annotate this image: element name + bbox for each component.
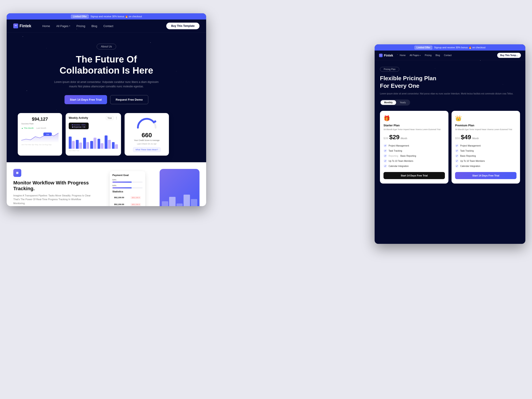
year-select[interactable]: Year [106, 116, 114, 120]
reporting-label: Reporting [389, 155, 398, 157]
second-nav-allpages[interactable]: All Pages ▾ [410, 54, 421, 57]
workflow-section: Monitor Workflow With Progress Tracking.… [7, 162, 206, 206]
banner-text: Signup and receive 30% bonus 🔥 on checko… [90, 15, 142, 18]
trend-this-month: ▲ This Month [21, 127, 34, 129]
pricing-badge: Pricing Plan [380, 67, 399, 72]
monthly-toggle[interactable]: Monthly [381, 100, 396, 105]
pricing-title: Flexible Pricing Plan For Every One [380, 75, 520, 90]
starter-plan-tagline: Sit Blandit Eget Tortor Imperd Nean Vive… [383, 128, 445, 131]
activity-title: Weekly Activity [69, 116, 88, 120]
premium-plan-icon: 👑 [455, 115, 516, 121]
payment-goal-card: Payment Goal 64% 64% Statistics $52,150.… [110, 171, 145, 206]
second-logo-icon [379, 54, 383, 57]
credit-score-card: 660 Your Credit Score Is Average Last Ch… [125, 113, 169, 156]
premium-feature-3: Basic Reporting [455, 154, 516, 158]
nav-home[interactable]: Home [42, 24, 50, 28]
starter-feature-2: Task Tracking [383, 149, 445, 152]
nav-all-pages[interactable]: All Pages ▾ [56, 24, 70, 28]
workflow-icon [13, 169, 21, 177]
pricing-desc: Lorem ipsum dolor sit amet consectetur. … [380, 92, 520, 95]
premium-plan-tagline: Sit Blandit Eget Tortor Imperd Nean Vive… [455, 128, 516, 131]
stats-bars [162, 192, 197, 206]
main-website-card: Limited Offer Signup and receive 30% bon… [7, 13, 206, 206]
premium-feature-4: Up To 10 Team Members [455, 159, 516, 163]
svg-text:248: 248 [46, 133, 49, 135]
svg-point-2 [154, 120, 156, 123]
banner-emoji: 🔥 [125, 15, 128, 18]
progress-item-2: 64% [112, 184, 143, 188]
finance-card: $94,127 Success Rate ▲ This Month Last M… [18, 113, 62, 156]
bar-chart [69, 131, 118, 149]
second-logo: Fintek [379, 54, 393, 57]
finance-amount: $94,127 [21, 117, 58, 122]
logo: Fintek [13, 24, 31, 28]
second-website-card: Limited Offer Signup and receive 30% bon… [375, 44, 525, 244]
second-navbar: Fintek Home All Pages ▾ Pricing Blog Con… [375, 51, 525, 60]
stat-row-2: $52,150.50 -$52,150.5 [112, 202, 143, 206]
about-badge: About Us [97, 44, 116, 50]
hero-title: The Future Of Collaboration Is Here [13, 54, 200, 76]
yearly-toggle[interactable]: Yearly [396, 100, 409, 105]
second-nav-blog[interactable]: Blog [436, 54, 440, 57]
activity-card: Weekly Activity Year ⋮ ■ Income +35% ■ E… [66, 113, 121, 156]
finance-mini-chart: 248 [21, 131, 58, 143]
pricing-section: Pricing Plan Flexible Pricing Plan For E… [375, 60, 525, 190]
credit-date: Last Check On 21 Apr [128, 143, 165, 145]
credit-label: Your Credit Score Is Average [128, 139, 165, 141]
premium-plan-price: $59 $49 /Month [455, 134, 516, 141]
credit-stats-button[interactable]: What These Stats Mean? [133, 147, 160, 152]
purple-bg-card [160, 169, 200, 206]
premium-cta-button[interactable]: Start 14 Days Free Trial [455, 172, 516, 179]
payment-visualization: Payment Goal 64% 64% Statistics $52,150.… [110, 169, 200, 206]
starter-plan-name: Starter Plan [383, 124, 445, 127]
second-buy-button[interactable]: Buy This Temp... [497, 53, 521, 58]
request-demo-button[interactable]: Request Free Demo [110, 95, 148, 104]
activity-card-header: Weekly Activity Year ⋮ [69, 116, 118, 120]
banner-badge: Limited Offer [71, 15, 89, 18]
payment-title: Payment Goal [112, 174, 143, 177]
nav-links: Home All Pages ▾ Pricing Blog Contact [42, 24, 166, 28]
activity-menu[interactable]: ⋮ [115, 116, 118, 120]
starter-feature-1: Project Management [383, 144, 445, 147]
nav-blog[interactable]: Blog [91, 24, 97, 28]
hero-section: About Us The Future Of Collaboration Is … [7, 32, 206, 162]
svg-rect-3 [16, 172, 18, 174]
dashboard-cards: $94,127 Success Rate ▲ This Month Last M… [13, 113, 200, 156]
hero-buttons: Start 14 Days Free Trial Request Free De… [13, 95, 200, 104]
starter-feature-4: Up To 10 Team Members [383, 159, 445, 163]
basic-reporting: Basic Reporting [400, 155, 416, 157]
second-nav-pricing[interactable]: Pricing [425, 54, 431, 57]
chart-tooltip: ■ Income +35% ■ Expense +36 [69, 123, 89, 129]
premium-plan-name: Premium Plan [455, 124, 516, 127]
stats-card-inner: Statistics $52,150.50 -$52,150.5 $52,150… [112, 190, 143, 206]
second-nav-links: Home All Pages ▾ Pricing Blog Contact [400, 54, 497, 57]
starter-plan-icon: 🎁 [383, 115, 445, 121]
pricing-cards: 🎁 Starter Plan Sit Blandit Eget Tortor I… [380, 111, 520, 184]
progress-item-1: 64% [112, 179, 143, 183]
start-trial-button[interactable]: Start 14 Days Free Trial [64, 95, 107, 104]
starter-plan-card: 🎁 Starter Plan Sit Blandit Eget Tortor I… [380, 111, 449, 184]
workflow-title: Monitor Workflow With Progress Tracking. [13, 180, 103, 191]
starter-cta-button[interactable]: Start 14 Days Free Trial [383, 172, 445, 179]
nav-pricing[interactable]: Pricing [76, 24, 85, 28]
navbar: Fintek Home All Pages ▾ Pricing Blog Con… [7, 19, 206, 32]
buy-template-button[interactable]: Buy This Template [166, 23, 200, 29]
workflow-desc: Imagine A Transparent Pipeline: Tasks Mo… [13, 194, 93, 205]
second-banner-badge: Limited Offer [415, 46, 432, 50]
stat-row-1: $52,150.50 -$52,150.5 [112, 195, 143, 200]
second-banner-text: Signup and receive 30% bonus 🔥 on checko… [434, 46, 485, 49]
finance-label: Success Rate [21, 123, 58, 125]
top-banner: Limited Offer Signup and receive 30% bon… [7, 13, 206, 19]
second-nav-contact[interactable]: Contact [444, 54, 451, 57]
second-nav-home[interactable]: Home [400, 54, 406, 57]
second-top-banner: Limited Offer Signup and receive 30% bon… [375, 44, 525, 51]
credit-score-value: 660 [128, 132, 165, 139]
trend-last-month: Last Month [36, 127, 46, 129]
nav-contact[interactable]: Contact [103, 24, 113, 28]
starter-feature-3: Reporting Basic Reporting [383, 154, 445, 158]
hero-description: Lorem ipsum dolor sit amet consectetur. … [53, 80, 160, 89]
premium-plan-card: 👑 Premium Plan Sit Blandit Eget Tortor I… [451, 111, 520, 184]
premium-feature-2: Task Tracking [455, 149, 516, 152]
logo-icon [13, 24, 18, 28]
premium-feature-5: Calendar Integration [455, 164, 516, 168]
